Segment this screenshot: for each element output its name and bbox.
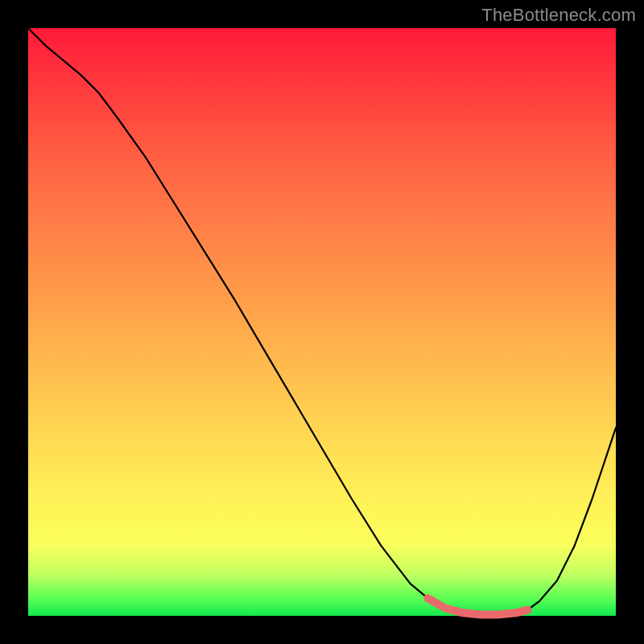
chart-plot xyxy=(28,28,616,616)
chart-frame: TheBottleneck.com xyxy=(0,0,644,644)
bottleneck-curve xyxy=(28,28,616,615)
watermark-text: TheBottleneck.com xyxy=(481,5,636,26)
optimal-zone-marker xyxy=(427,598,527,614)
